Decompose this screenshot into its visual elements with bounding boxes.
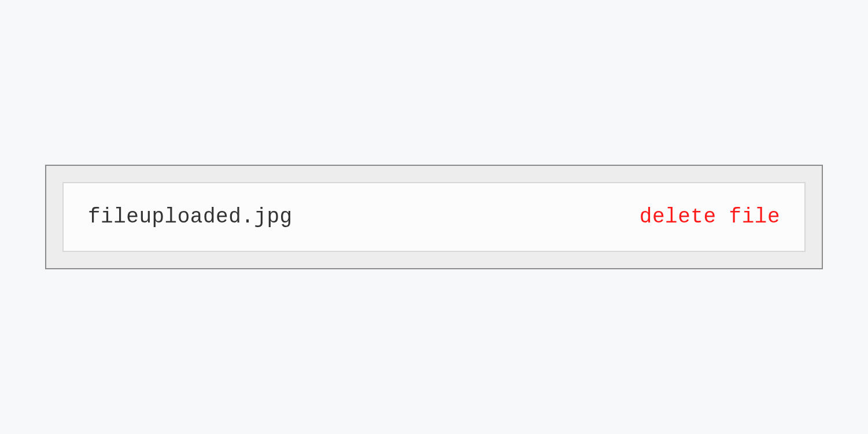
file-name-label: fileuploaded.jpg [88, 205, 293, 229]
file-upload-container: fileuploaded.jpg delete file [45, 165, 823, 269]
file-row: fileuploaded.jpg delete file [62, 182, 806, 252]
delete-file-button[interactable]: delete file [640, 205, 780, 229]
